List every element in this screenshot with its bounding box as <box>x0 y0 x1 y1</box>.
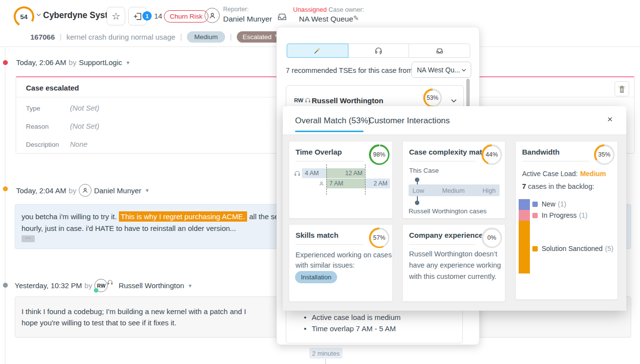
health-score: 54 <box>20 13 27 21</box>
close-icon[interactable]: × <box>607 114 613 125</box>
entry-time: Today, 2:04 AM <box>16 186 66 195</box>
time-overlap-card: Time Overlap 98% 4 AM 12 AM 7 AM 2 AM <box>289 141 393 219</box>
stacked-bar-new <box>519 199 530 210</box>
legend-swatch <box>532 213 538 218</box>
this-case-label: This Case <box>409 167 439 174</box>
sentiment-highlight[interactable]: This is why I regret purchasing ACME. <box>119 211 247 222</box>
entry-time: Today, 2:06 AM <box>16 58 66 67</box>
online-status-dot <box>94 288 98 293</box>
chevron-down-icon <box>461 67 467 73</box>
owner-status: Unassigned <box>293 6 327 13</box>
escalation-card-title: Case escalated <box>26 84 79 92</box>
case-view: 54 Cyberdyne Systems ☆ 1 14 Churn Risk R… <box>0 0 640 364</box>
expand-message-button[interactable]: ⋯ <box>22 235 35 242</box>
complexity-ring: 44% <box>481 144 502 165</box>
active-case-load: Active Case Load:Medium <box>522 170 606 178</box>
timeline-dot-escalation <box>3 60 8 65</box>
queue-icon <box>276 11 288 22</box>
card-title: Bandwidth <box>522 148 560 156</box>
person-icon <box>82 187 89 194</box>
complexity-scale: Low Medium High <box>409 184 500 196</box>
owner-status-line: Unassigned Case owner: <box>293 6 364 13</box>
match-reason: Time overlap 7 AM - 5 AM <box>304 323 401 334</box>
case-id: 167066 <box>30 33 55 41</box>
reporter-label: Reporter: <box>223 6 249 13</box>
priority-badge[interactable]: Medium <box>187 31 225 43</box>
field-value-reason: (Not Set) <box>70 122 99 130</box>
recommendation-tabs <box>287 44 470 58</box>
field-label-reason: Reason <box>26 123 49 130</box>
tse-cases-label: Russell Worthington cases <box>409 207 487 215</box>
star-icon: ☆ <box>112 10 120 22</box>
churn-risk-badge[interactable]: Churn Risk <box>164 10 208 23</box>
edit-owner-icon[interactable]: ✎ <box>353 14 359 22</box>
duration-badge: 2 minutes <box>309 348 343 359</box>
expand-tse-chevron-icon[interactable] <box>450 97 457 104</box>
recommendation-text: 7 recommended TSEs for this case from <box>286 67 412 74</box>
legend-swatch <box>532 246 538 251</box>
case-hours-start-seg: 7 AM <box>326 179 365 188</box>
magic-wand-icon <box>313 46 321 55</box>
headset-icon <box>374 46 383 55</box>
lighthouse-button[interactable] <box>615 81 629 96</box>
skills-match-card: Skills match 57% Experienced working on … <box>289 224 393 302</box>
load-value: Medium <box>580 170 606 178</box>
entry-menu-icon[interactable]: ▾ <box>146 187 149 194</box>
entry-time: Yesterday, 10:32 PM <box>15 281 82 290</box>
agent-message-text: I think I found a codebug; I'm building … <box>22 306 247 328</box>
tab-customer-interactions[interactable]: Customer Interactions <box>368 116 450 126</box>
legend-in-progress: In Progress (1) <box>532 211 588 219</box>
overall-match-panel: Overall Match (53%) Customer Interaction… <box>283 106 626 311</box>
skill-tag-installation[interactable]: Installation <box>295 271 337 283</box>
card-title: Case complexity match <box>409 148 491 156</box>
card-title: Skills match <box>296 231 339 239</box>
entry-menu-icon[interactable]: ▾ <box>188 282 191 289</box>
favorite-button[interactable]: ☆ <box>107 7 125 25</box>
timeline-dashed-connector <box>325 359 326 364</box>
company-experience-card: Company experience 0% Russell Worthingto… <box>402 224 505 302</box>
bandwidth-card: Bandwidth 35% Active Case Load:Medium 7 … <box>515 141 618 300</box>
timeline-entry-customer-msg: Today, 2:04 AM by Daniel Munyer ▾ <box>16 184 149 197</box>
tab-agents[interactable] <box>348 44 410 58</box>
reporter-name: Daniel Munyer <box>223 15 272 23</box>
case-hours-end-seg: 2 AM <box>365 179 390 188</box>
health-score-gauge[interactable]: 54 <box>11 4 36 29</box>
tab-recommended[interactable] <box>287 44 348 58</box>
match-reasons-list: Active case load is medium Time overlap … <box>304 312 401 334</box>
headset-icon <box>107 279 113 285</box>
timeline-dot-customer-msg <box>3 186 8 191</box>
case-title: kernel crash during normal usage <box>67 33 176 41</box>
timeline-entry-agent-msg: Yesterday, 10:32 PM by RW Russell Worthi… <box>15 279 191 292</box>
account-chevron-icon[interactable] <box>36 12 42 18</box>
match-reason: Active case load is medium <box>304 312 401 323</box>
case-count: 14 <box>154 12 162 20</box>
headset-icon <box>305 97 311 103</box>
message-line-2: hourly, just in case. i'd HATE to have t… <box>22 224 236 232</box>
add-case-icon <box>133 12 142 21</box>
message-line-1: you betcha i'm willing to try it. This i… <box>22 212 295 221</box>
timeline-line <box>5 47 5 364</box>
case-complexity-card: Case complexity match 44% This Case Low … <box>402 141 505 219</box>
reporter-avatar <box>205 8 220 23</box>
active-tab-underline <box>295 131 364 132</box>
tse-initials: RW <box>294 97 303 103</box>
entry-menu-icon[interactable]: ▾ <box>127 59 130 66</box>
card-title: Company experience <box>409 231 483 239</box>
overlap-boundary-right <box>365 164 366 195</box>
field-label-description: Description <box>26 141 59 148</box>
card-title: Time Overlap <box>296 148 342 156</box>
queue-dropdown[interactable]: NA West Qu... <box>411 62 471 78</box>
person-icon <box>208 12 216 20</box>
owner-label: Case owner: <box>328 6 364 13</box>
person-icon <box>319 181 324 186</box>
skills-ring: 57% <box>369 228 389 248</box>
entry-author: Daniel Munyer <box>94 186 141 195</box>
tab-queues[interactable] <box>409 44 470 58</box>
tse-name: Russell Worthington <box>312 96 383 105</box>
legend-new: New (1) <box>532 200 566 208</box>
entry-author: SupportLogic <box>79 58 122 67</box>
tab-overall-match[interactable]: Overall Match (53%) <box>295 116 371 126</box>
headset-icon <box>294 170 300 177</box>
tse-hours-start-seg: 4 AM <box>302 168 326 178</box>
overlap-boundary-left <box>326 164 327 195</box>
